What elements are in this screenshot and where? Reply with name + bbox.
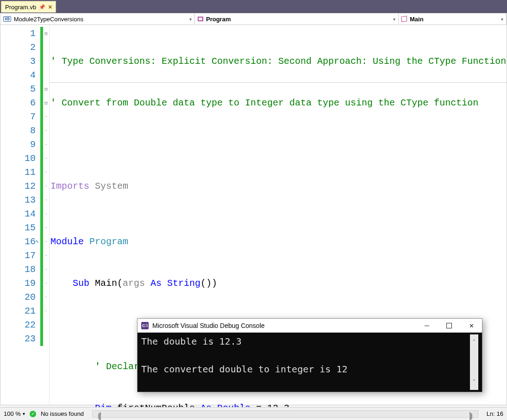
line-number: 7 xyxy=(0,110,36,124)
close-button[interactable] xyxy=(464,321,478,331)
line-number: 12 xyxy=(0,179,36,193)
console-title-text: Microsoft Visual Studio Debug Console xyxy=(152,322,265,329)
tab-label: Program.vb xyxy=(5,4,36,11)
line-number: 21 xyxy=(0,304,36,318)
line-number: 8 xyxy=(0,124,36,138)
line-number: 10 xyxy=(0,152,36,166)
line-number: 3 xyxy=(0,55,36,68)
line-number: 22 xyxy=(0,318,36,332)
line-number-gutter: 12345678910111213141516✎17181920212223 xyxy=(0,25,40,405)
ok-check-icon: ✓ xyxy=(30,411,36,417)
console-output: The double is 12.3 The converted double … xyxy=(141,334,470,390)
issues-label: No issues found xyxy=(41,410,84,417)
scroll-up-icon[interactable]: ˄ xyxy=(473,335,476,349)
line-number: 17 xyxy=(0,249,36,263)
line-number: 1 xyxy=(0,27,36,41)
line-number: 19 xyxy=(0,277,36,290)
code-text: As xyxy=(150,278,162,289)
code-text: ' Type Conversions: Explicit Conversion:… xyxy=(50,56,506,67)
zoom-combo[interactable]: 100 % ▾ xyxy=(4,410,25,417)
outlining-margin[interactable]: ⊟ ⊟⊟ ···· ···· ···· ··· xyxy=(43,25,50,405)
line-number: 11 xyxy=(0,166,36,179)
line-indicator: Ln: 16 xyxy=(487,410,503,417)
line-number: 14 xyxy=(0,207,36,221)
pin-icon[interactable]: 📌 xyxy=(39,4,45,10)
console-titlebar[interactable]: C:\ Microsoft Visual Studio Debug Consol… xyxy=(138,319,482,333)
code-text: Program xyxy=(84,236,128,247)
line-number: 16✎ xyxy=(0,235,36,249)
line-number: 18 xyxy=(0,263,36,277)
editor-statusbar: 100 % ▾ ✓ No issues found Ln: 16 xyxy=(0,407,507,420)
line-number: 6 xyxy=(0,96,36,110)
console-body: The double is 12.3 The converted double … xyxy=(138,333,482,392)
line-number: 5 xyxy=(0,82,36,96)
chevron-down-icon: ▾ xyxy=(23,411,25,416)
code-text: Imports xyxy=(50,181,89,191)
document-tabbar: Program.vb 📌 × xyxy=(0,0,507,13)
code-text: Module xyxy=(50,236,84,247)
edit-marker-icon: ✎ xyxy=(35,235,38,249)
line-number: 13 xyxy=(0,193,36,207)
debug-console-window[interactable]: C:\ Microsoft Visual Studio Debug Consol… xyxy=(137,318,482,392)
code-text: ' Convert from Double data type to Integ… xyxy=(50,98,478,108)
code-navigation-bar: VB Module2TypeConversions ▾ Program ▾ Ma… xyxy=(0,13,507,25)
horizontal-scrollbar[interactable] xyxy=(92,410,478,418)
code-text: String xyxy=(162,278,200,289)
member-label: Main xyxy=(410,16,424,23)
scroll-down-icon[interactable]: ˅ xyxy=(473,375,476,389)
code-text: System xyxy=(89,181,128,191)
console-scrollbar[interactable]: ˄ ˅ xyxy=(470,334,478,390)
maximize-button[interactable] xyxy=(442,321,456,331)
chevron-down-icon: ▾ xyxy=(189,17,192,22)
line-number: 2 xyxy=(0,41,36,55)
class-dropdown[interactable]: Program ▾ xyxy=(195,13,399,25)
line-number: 15 xyxy=(0,221,36,235)
line-number: 4 xyxy=(0,68,36,82)
chevron-down-icon: ▾ xyxy=(501,17,503,22)
module-icon xyxy=(198,17,203,21)
member-dropdown[interactable]: Main ▾ xyxy=(399,13,507,25)
scope-dropdown[interactable]: VB Module2TypeConversions ▾ xyxy=(0,13,195,25)
code-text: ()) xyxy=(200,278,217,289)
code-text: Main( xyxy=(89,278,123,289)
code-text: Sub xyxy=(73,278,89,289)
minimize-button[interactable] xyxy=(420,321,434,331)
zoom-value: 100 % xyxy=(4,410,21,417)
scope-label: Module2TypeConversions xyxy=(14,16,83,23)
chevron-down-icon: ▾ xyxy=(393,17,395,22)
document-tab-program[interactable]: Program.vb 📌 × xyxy=(1,1,56,12)
vb-badge-icon: VB xyxy=(3,16,11,22)
close-icon[interactable]: × xyxy=(48,3,52,11)
line-number: 20 xyxy=(0,290,36,304)
line-number: 23 xyxy=(0,332,36,346)
line-number: 9 xyxy=(0,138,36,152)
code-text: args xyxy=(123,278,150,289)
console-app-icon: C:\ xyxy=(141,322,149,329)
method-cube-icon xyxy=(401,16,407,22)
class-label: Program xyxy=(206,16,231,23)
